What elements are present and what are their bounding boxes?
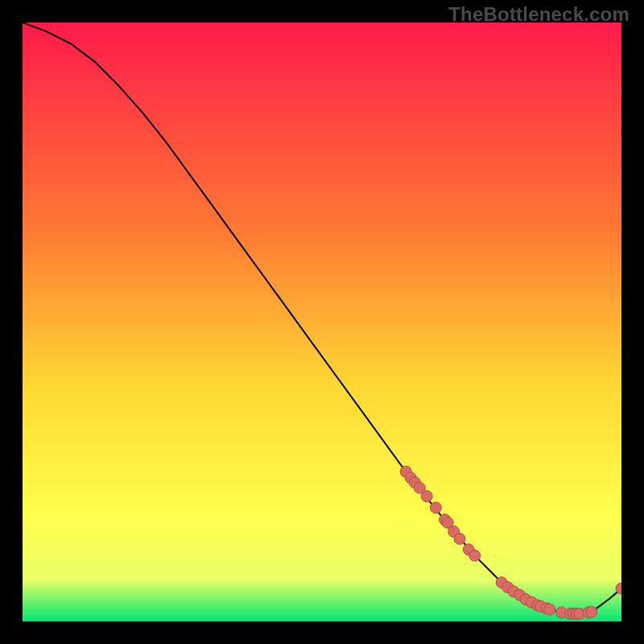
plot-area (23, 23, 621, 621)
sample-point (430, 502, 441, 514)
sample-point (469, 550, 481, 561)
sample-point (586, 606, 597, 617)
sample-point (454, 533, 465, 544)
plot-svg (23, 23, 621, 621)
gradient-background (23, 23, 621, 621)
chart-frame: TheBottleneck.com (0, 0, 644, 644)
sample-point (544, 604, 555, 615)
sample-point (421, 491, 432, 502)
